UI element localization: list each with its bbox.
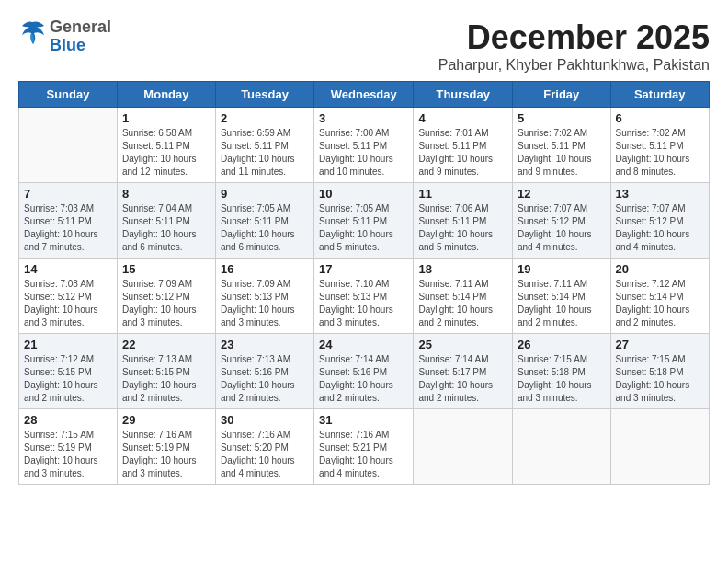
weekday-header-wednesday: Wednesday [314,82,414,108]
day-info: Sunrise: 7:01 AM Sunset: 5:11 PM Dayligh… [418,127,507,178]
day-info: Sunrise: 7:11 AM Sunset: 5:14 PM Dayligh… [518,278,606,329]
day-number: 6 [616,111,704,125]
calendar-cell [414,409,513,485]
day-number: 15 [122,262,210,276]
calendar-week-row: 7Sunrise: 7:03 AM Sunset: 5:11 PM Daylig… [19,183,710,259]
day-info: Sunrise: 7:16 AM Sunset: 5:19 PM Dayligh… [122,429,210,480]
calendar-cell: 3Sunrise: 7:00 AM Sunset: 5:11 PM Daylig… [314,108,414,183]
calendar-table: SundayMondayTuesdayWednesdayThursdayFrid… [18,81,710,485]
calendar-cell: 10Sunrise: 7:05 AM Sunset: 5:11 PM Dayli… [314,183,414,259]
weekday-header-thursday: Thursday [414,82,513,108]
calendar-cell: 2Sunrise: 6:59 AM Sunset: 5:11 PM Daylig… [215,108,313,183]
day-info: Sunrise: 7:07 AM Sunset: 5:12 PM Dayligh… [616,202,704,254]
day-info: Sunrise: 7:03 AM Sunset: 5:11 PM Dayligh… [24,202,112,254]
calendar-cell: 24Sunrise: 7:14 AM Sunset: 5:16 PM Dayli… [314,334,414,409]
calendar-week-row: 1Sunrise: 6:58 AM Sunset: 5:11 PM Daylig… [19,108,710,183]
calendar-cell [19,108,118,183]
calendar-cell: 7Sunrise: 7:03 AM Sunset: 5:11 PM Daylig… [19,183,118,259]
day-number: 30 [221,413,309,427]
day-info: Sunrise: 7:12 AM Sunset: 5:14 PM Dayligh… [616,278,704,329]
day-number: 5 [518,111,606,125]
day-info: Sunrise: 7:02 AM Sunset: 5:11 PM Dayligh… [616,127,704,178]
logo-blue-text: Blue [50,37,111,55]
calendar-cell: 11Sunrise: 7:06 AM Sunset: 5:11 PM Dayli… [414,183,513,259]
day-info: Sunrise: 7:13 AM Sunset: 5:16 PM Dayligh… [221,353,309,405]
day-number: 9 [221,187,309,201]
day-number: 10 [319,187,408,201]
calendar-cell: 27Sunrise: 7:15 AM Sunset: 5:18 PM Dayli… [610,334,709,409]
weekday-header-sunday: Sunday [19,82,118,108]
day-number: 27 [616,338,704,351]
day-info: Sunrise: 7:16 AM Sunset: 5:20 PM Dayligh… [221,429,309,480]
location-subtitle: Paharpur, Khyber Pakhtunkhwa, Pakistan [438,57,710,74]
day-number: 28 [24,413,112,427]
day-number: 21 [24,338,112,351]
day-number: 1 [122,111,210,125]
logo-bird-icon [18,20,46,53]
day-info: Sunrise: 7:07 AM Sunset: 5:12 PM Dayligh… [518,202,606,254]
day-number: 19 [518,262,606,276]
day-info: Sunrise: 7:02 AM Sunset: 5:11 PM Dayligh… [518,127,606,178]
calendar-cell: 14Sunrise: 7:08 AM Sunset: 5:12 PM Dayli… [19,259,118,334]
day-number: 23 [221,338,309,351]
calendar-cell: 8Sunrise: 7:04 AM Sunset: 5:11 PM Daylig… [117,183,215,259]
calendar-cell: 18Sunrise: 7:11 AM Sunset: 5:14 PM Dayli… [414,259,513,334]
calendar-cell: 26Sunrise: 7:15 AM Sunset: 5:18 PM Dayli… [513,334,611,409]
day-number: 12 [518,187,606,201]
page-header: General Blue December 2025 Paharpur, Khy… [18,18,710,74]
month-year-title: December 2025 [438,18,710,57]
calendar-week-row: 28Sunrise: 7:15 AM Sunset: 5:19 PM Dayli… [19,409,710,485]
day-info: Sunrise: 7:09 AM Sunset: 5:13 PM Dayligh… [221,278,309,329]
day-number: 18 [418,262,507,276]
day-info: Sunrise: 7:04 AM Sunset: 5:11 PM Dayligh… [122,202,210,254]
day-info: Sunrise: 6:58 AM Sunset: 5:11 PM Dayligh… [122,127,210,178]
calendar-cell: 6Sunrise: 7:02 AM Sunset: 5:11 PM Daylig… [610,108,709,183]
day-info: Sunrise: 7:09 AM Sunset: 5:12 PM Dayligh… [122,278,210,329]
day-info: Sunrise: 7:16 AM Sunset: 5:21 PM Dayligh… [319,429,408,480]
day-number: 16 [221,262,309,276]
weekday-header-saturday: Saturday [610,82,709,108]
day-info: Sunrise: 7:15 AM Sunset: 5:18 PM Dayligh… [616,353,704,405]
calendar-cell [610,409,709,485]
day-info: Sunrise: 7:15 AM Sunset: 5:18 PM Dayligh… [518,353,606,405]
calendar-cell: 15Sunrise: 7:09 AM Sunset: 5:12 PM Dayli… [117,259,215,334]
day-number: 8 [122,187,210,201]
calendar-week-row: 21Sunrise: 7:12 AM Sunset: 5:15 PM Dayli… [19,334,710,409]
weekday-header-monday: Monday [117,82,215,108]
day-info: Sunrise: 6:59 AM Sunset: 5:11 PM Dayligh… [221,127,309,178]
calendar-cell: 21Sunrise: 7:12 AM Sunset: 5:15 PM Dayli… [19,334,118,409]
calendar-body: 1Sunrise: 6:58 AM Sunset: 5:11 PM Daylig… [19,108,710,485]
calendar-cell [513,409,611,485]
day-info: Sunrise: 7:08 AM Sunset: 5:12 PM Dayligh… [24,278,112,329]
calendar-cell: 19Sunrise: 7:11 AM Sunset: 5:14 PM Dayli… [513,259,611,334]
day-info: Sunrise: 7:14 AM Sunset: 5:16 PM Dayligh… [319,353,408,405]
day-number: 2 [221,111,309,125]
day-number: 11 [418,187,507,201]
calendar-cell: 9Sunrise: 7:05 AM Sunset: 5:11 PM Daylig… [215,183,313,259]
day-number: 7 [24,187,112,201]
day-number: 26 [518,338,606,351]
day-number: 31 [319,413,408,427]
calendar-cell: 28Sunrise: 7:15 AM Sunset: 5:19 PM Dayli… [19,409,118,485]
day-info: Sunrise: 7:10 AM Sunset: 5:13 PM Dayligh… [319,278,408,329]
day-number: 3 [319,111,408,125]
logo-general-text: General [50,18,111,37]
day-info: Sunrise: 7:05 AM Sunset: 5:11 PM Dayligh… [319,202,408,254]
calendar-cell: 31Sunrise: 7:16 AM Sunset: 5:21 PM Dayli… [314,409,414,485]
day-number: 22 [122,338,210,351]
day-number: 17 [319,262,408,276]
calendar-cell: 17Sunrise: 7:10 AM Sunset: 5:13 PM Dayli… [314,259,414,334]
day-number: 24 [319,338,408,351]
calendar-cell: 13Sunrise: 7:07 AM Sunset: 5:12 PM Dayli… [610,183,709,259]
weekday-header-tuesday: Tuesday [215,82,313,108]
day-info: Sunrise: 7:12 AM Sunset: 5:15 PM Dayligh… [24,353,112,405]
day-number: 29 [122,413,210,427]
day-info: Sunrise: 7:06 AM Sunset: 5:11 PM Dayligh… [418,202,507,254]
logo-text: General Blue [50,18,111,55]
day-info: Sunrise: 7:11 AM Sunset: 5:14 PM Dayligh… [418,278,507,329]
calendar-week-row: 14Sunrise: 7:08 AM Sunset: 5:12 PM Dayli… [19,259,710,334]
title-block: December 2025 Paharpur, Khyber Pakhtunkh… [438,18,710,74]
day-number: 13 [616,187,704,201]
calendar-cell: 30Sunrise: 7:16 AM Sunset: 5:20 PM Dayli… [215,409,313,485]
calendar-cell: 16Sunrise: 7:09 AM Sunset: 5:13 PM Dayli… [215,259,313,334]
